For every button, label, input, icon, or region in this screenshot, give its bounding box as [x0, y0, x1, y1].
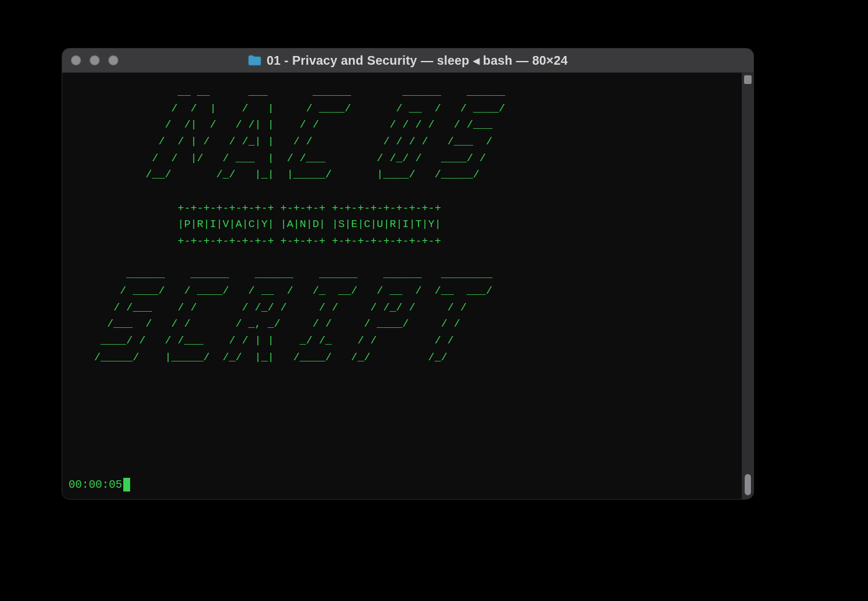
terminal-window: 01 - Privacy and Security — sleep ◂ bash… — [62, 49, 753, 499]
window-titlebar: 01 - Privacy and Security — sleep ◂ bash… — [62, 49, 753, 73]
elapsed-timer: 00:00:05 — [68, 478, 122, 491]
minimize-button[interactable] — [90, 55, 100, 65]
window-title: 01 - Privacy and Security — sleep ◂ bash… — [267, 53, 568, 68]
timer-row: 00:00:05 — [68, 478, 130, 492]
scrollbar-thumb[interactable] — [745, 474, 751, 495]
scrollbar-top-cap-icon — [744, 75, 752, 84]
vertical-scrollbar[interactable] — [742, 73, 753, 499]
ascii-art-banner: __ __ ___ ______ ______ ______ / / | / |… — [68, 84, 735, 366]
close-button[interactable] — [71, 55, 81, 65]
window-traffic-lights — [62, 55, 118, 65]
folder-icon — [248, 55, 262, 66]
terminal-viewport[interactable]: __ __ ___ ______ ______ ______ / / | / |… — [62, 73, 742, 499]
cursor-block-icon — [123, 478, 130, 492]
zoom-button[interactable] — [108, 55, 118, 65]
